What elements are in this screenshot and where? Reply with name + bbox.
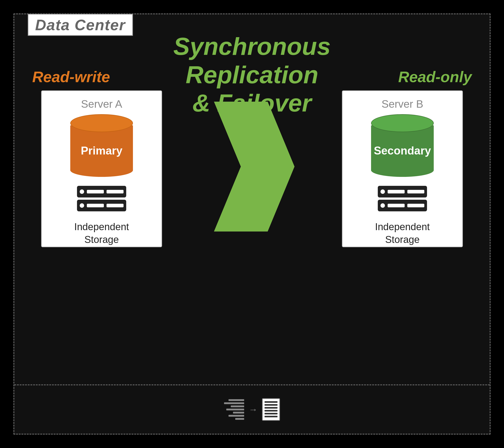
log-to-doc-arrow: →: [249, 405, 258, 415]
title-line1: Synchronous: [14, 32, 490, 61]
storage-unit-1: [77, 186, 126, 197]
doc-line-5: [265, 413, 277, 414]
secondary-storage-text: Independent Storage: [375, 220, 430, 246]
bottom-section: →: [14, 384, 490, 434]
storage-dot-4: [380, 203, 385, 208]
db-top-green: [371, 114, 434, 132]
log-line-5: [233, 412, 244, 413]
data-center-container: Data Center Synchronous Replication & Fa…: [13, 13, 491, 435]
server-box-primary: Server A Primary Independent Storage: [41, 91, 162, 247]
read-only-label: Read-only: [398, 68, 472, 86]
log-line-3: [231, 406, 244, 407]
storage-bar-4: [107, 204, 124, 207]
storage-text-line1-right: Independent: [375, 221, 430, 232]
doc-line-6: [265, 416, 277, 417]
storage-unit-4: [378, 200, 427, 211]
primary-db-label: Primary: [81, 144, 122, 157]
storage-bar-1: [87, 190, 104, 193]
doc-line-3: [265, 407, 277, 409]
storage-bar-5: [388, 190, 405, 193]
chevron-svg: [210, 102, 294, 231]
primary-database-icon: Primary: [70, 114, 133, 177]
doc-line-1: [265, 401, 277, 403]
data-center-text: Data Center: [35, 16, 126, 33]
storage-bar-3: [87, 204, 104, 207]
storage-bar-8: [407, 204, 424, 207]
doc-line-2: [265, 404, 277, 406]
secondary-database-icon: Secondary: [371, 114, 434, 177]
log-line-6: [229, 415, 244, 417]
primary-storage-text: Independent Storage: [74, 220, 129, 246]
storage-bar-2: [107, 190, 124, 193]
bottom-icons: →: [224, 398, 280, 421]
server-a-label: Server A: [81, 98, 122, 110]
log-line-4: [226, 409, 244, 411]
storage-unit-3: [378, 186, 427, 197]
storage-dot-3: [380, 189, 385, 194]
replication-arrow: [210, 102, 294, 231]
storage-text-line2-left: Storage: [84, 234, 119, 245]
read-write-label: Read-write: [32, 68, 110, 86]
db-top-orange: [70, 114, 133, 132]
log-line-7: [235, 418, 244, 420]
storage-dot-1: [80, 189, 84, 194]
secondary-db-label: Secondary: [374, 144, 431, 157]
storage-unit-2: [77, 200, 126, 211]
doc-line-4: [265, 410, 277, 411]
log-line-2: [224, 402, 244, 404]
server-b-label: Server B: [382, 98, 423, 110]
document-icon: [262, 398, 280, 421]
storage-text-line2-right: Storage: [385, 234, 420, 245]
log-lines-icon: [224, 399, 244, 420]
log-line-1: [229, 399, 244, 401]
storage-text-line1-left: Independent: [74, 221, 129, 232]
storage-bar-6: [407, 190, 424, 193]
server-box-secondary: Server B Secondary Independent Storage: [342, 91, 463, 247]
primary-storage-icon: [77, 186, 126, 211]
storage-bar-7: [388, 204, 405, 207]
svg-marker-0: [214, 102, 294, 231]
secondary-storage-icon: [378, 186, 427, 211]
storage-dot-2: [80, 203, 84, 208]
